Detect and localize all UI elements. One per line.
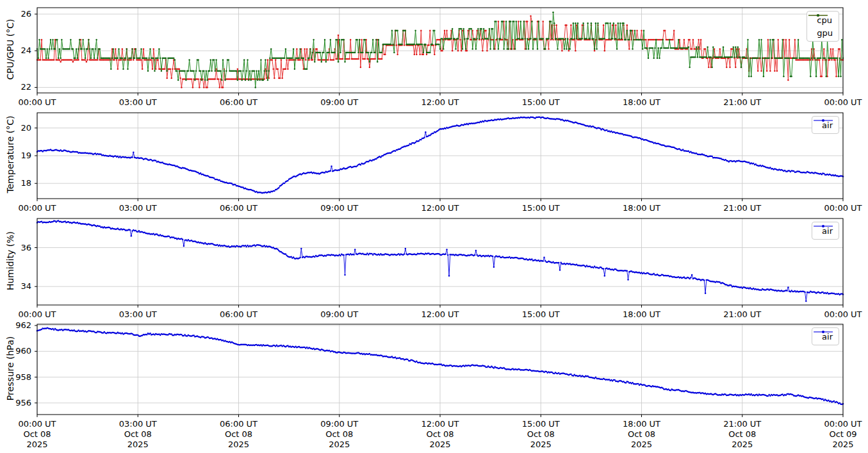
x-tick-year-label: 2025 [107,440,168,449]
legend: air [812,222,839,240]
x-tick-year-label: 2025 [309,440,370,449]
x-tick-label: 00:00 UT [812,419,868,429]
x-tick-label: 09:00 UT [309,203,370,213]
x-tick-label: 00:00 UT [6,97,68,107]
x-tick-label: 18:00 UT [611,309,673,319]
x-tick-label: 15:00 UT [510,309,571,319]
x-tick-year-label: 2025 [510,440,571,449]
figure-weather-telemetry: 22242600:00 UT03:00 UT06:00 UT09:00 UT12… [0,0,868,453]
legend: cpugpu [807,11,839,42]
legend-line-icon [807,12,829,19]
legend: air [812,327,839,345]
x-tick-label: 03:00 UT [107,309,168,319]
ylabel-chart-3: Pressure (hPa) [5,298,15,439]
x-tick-label: 12:00 UT [409,309,471,319]
legend: air [812,116,839,134]
x-tick-label: 18:00 UT [611,419,673,429]
x-tick-label: 21:00 UT [712,97,773,107]
x-tick-label: 09:00 UT [309,309,370,319]
x-tick-label: 21:00 UT [712,309,773,319]
x-tick-label: 18:00 UT [611,97,673,107]
x-tick-label: 12:00 UT [409,203,471,213]
x-tick-label: 00:00 UT [812,97,868,107]
plot-canvas [0,0,868,453]
x-tick-year-label: 2025 [611,440,673,449]
legend-line-icon [812,328,834,336]
x-tick-label: 06:00 UT [208,309,270,319]
x-tick-date-label: Oct 08 [712,429,773,439]
x-tick-label: 03:00 UT [107,97,168,107]
x-tick-label: 00:00 UT [6,419,68,429]
legend-entry-gpu: gpu [812,26,833,39]
x-tick-label: 21:00 UT [712,419,773,429]
x-tick-date-label: Oct 08 [611,429,673,439]
x-tick-year-label: 2025 [712,440,773,449]
x-tick-date-label: Oct 08 [107,429,168,439]
legend-line-icon [812,222,834,230]
legend-entry-air: air [817,330,833,343]
x-tick-year-label: 2025 [409,440,471,449]
x-tick-label: 00:00 UT [812,203,868,213]
x-tick-label: 06:00 UT [208,419,270,429]
x-tick-label: 18:00 UT [611,203,673,213]
x-tick-label: 00:00 UT [6,203,68,213]
x-tick-date-label: Oct 08 [510,429,571,439]
x-tick-label: 06:00 UT [208,203,270,213]
x-tick-label: 15:00 UT [510,97,571,107]
x-tick-date-label: Oct 08 [309,429,370,439]
x-tick-label: 12:00 UT [409,419,471,429]
x-tick-label: 06:00 UT [208,97,270,107]
x-tick-label: 03:00 UT [107,203,168,213]
x-tick-label: 00:00 UT [812,309,868,319]
x-tick-date-label: Oct 08 [409,429,471,439]
x-tick-date-label: Oct 09 [812,429,868,439]
x-tick-label: 15:00 UT [510,419,571,429]
x-tick-label: 09:00 UT [309,419,370,429]
x-tick-label: 21:00 UT [712,203,773,213]
legend-line-icon [812,117,834,124]
x-tick-label: 03:00 UT [107,419,168,429]
x-tick-year-label: 2025 [208,440,270,449]
x-tick-label: 12:00 UT [409,97,471,107]
x-tick-label: 15:00 UT [510,203,571,213]
x-tick-label: 00:00 UT [6,309,68,319]
x-tick-year-label: 2025 [6,440,68,449]
x-tick-date-label: Oct 08 [6,429,68,439]
legend-label: gpu [817,28,833,38]
x-tick-label: 09:00 UT [309,97,370,107]
legend-entry-air: air [817,119,833,131]
x-tick-year-label: 2025 [812,440,868,449]
x-tick-date-label: Oct 08 [208,429,270,439]
legend-entry-air: air [817,224,833,237]
